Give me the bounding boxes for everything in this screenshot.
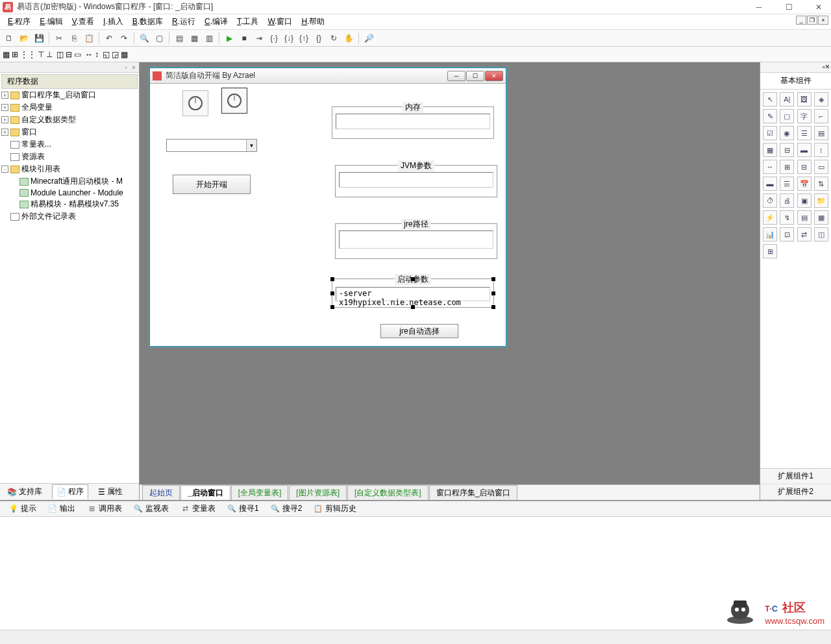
tree-node[interactable]: Minecraft通用启动模块 - M [1, 175, 138, 188]
comp-radio-icon[interactable]: ◉ [780, 126, 794, 140]
bottom-tab-vartable[interactable]: ⇄变量表 [175, 502, 221, 515]
timer-control-2[interactable] [221, 88, 247, 114]
stepinto-icon[interactable]: {↑} [297, 32, 310, 45]
save-icon[interactable]: 💾 [32, 32, 45, 45]
mdi-close[interactable]: × [818, 16, 828, 25]
comp-check-icon[interactable]: ☑ [763, 126, 777, 140]
stepover-icon[interactable]: {·} [267, 32, 280, 45]
vspace-icon[interactable]: ↕ [95, 50, 99, 59]
timer-control-1[interactable] [182, 90, 208, 116]
comp-report-icon[interactable]: ▦ [814, 210, 828, 225]
combobox-control[interactable]: ▼ [166, 139, 257, 152]
comp-hscroll-icon[interactable]: ↔ [763, 160, 777, 174]
groupbox-jvm[interactable]: JVM参数 [335, 165, 497, 197]
menu-view[interactable]: V.查看 [68, 15, 98, 29]
comp-tab-icon[interactable]: ⊞ [780, 160, 794, 174]
tab-img-resource[interactable]: [图片资源表] [289, 485, 347, 500]
align-right-icon[interactable]: ⋮⋮ [20, 50, 36, 59]
comp-pointer-icon[interactable]: ↖ [763, 92, 777, 106]
tree-node[interactable]: 常量表... [1, 138, 138, 151]
redo-icon[interactable]: ↷ [118, 32, 130, 45]
comp-edit-icon[interactable]: ✎ [763, 109, 777, 123]
tree-node[interactable]: +全局变量 [1, 101, 138, 114]
same-height-icon[interactable]: ⊟ [66, 50, 72, 59]
run-icon[interactable]: ▶ [223, 32, 236, 45]
menu-database[interactable]: B.数据库 [129, 15, 167, 29]
comp-toolbar-icon[interactable]: ▭ [814, 160, 828, 174]
tab-global-var[interactable]: [全局变量表] [231, 485, 289, 500]
close-button[interactable]: ✕ [809, 1, 828, 13]
hspace-icon[interactable]: ↔ [85, 50, 93, 59]
memory-input[interactable] [336, 114, 490, 129]
comp-chart-icon[interactable]: 📊 [763, 227, 777, 242]
copy-icon[interactable]: ⎘ [68, 32, 81, 45]
comp-print-icon[interactable]: 🖨 [780, 193, 794, 208]
open-icon[interactable]: 📂 [18, 32, 31, 45]
bottom-tab-calltable[interactable]: ⊞调用表 [82, 502, 127, 515]
bottom-tab-search2[interactable]: 🔍搜寻2 [266, 502, 308, 515]
tree-node[interactable]: 资源表 [1, 151, 138, 163]
groupbox-jre[interactable]: jre路径 [335, 223, 497, 259]
paste-icon[interactable]: 📋 [82, 32, 95, 45]
menu-help[interactable]: H.帮助 [297, 15, 329, 29]
comp-slider-icon[interactable]: ⊟ [780, 143, 794, 157]
project-tree[interactable]: 程序数据 +窗口程序集_启动窗口 +全局变量 +自定义数据类型 +窗口 常量表.… [0, 73, 139, 483]
comp-dialog-icon[interactable]: ▣ [797, 193, 812, 208]
hand-icon[interactable]: ✋ [342, 32, 355, 45]
stop-icon[interactable]: ■ [238, 32, 251, 45]
comp-socket-icon[interactable]: ⚡ [763, 210, 777, 225]
tree-node[interactable]: -模块引用表 [1, 163, 138, 175]
tab-start-window[interactable]: _启动窗口 [180, 485, 230, 500]
tab-property[interactable]: ☰属性 [93, 484, 127, 499]
comp-http-icon[interactable]: ↯ [780, 210, 794, 225]
send-back-icon[interactable]: ◲ [112, 50, 119, 59]
panel-icon[interactable]: ▦ [188, 32, 201, 45]
comp-grid-icon[interactable]: ▦ [763, 143, 777, 157]
tab-win-collection[interactable]: 窗口程序集_启动窗口 [429, 485, 518, 500]
form-window[interactable]: 简洁版自动开端 By Azrael ─ ☐ ✕ ▼ 开始开端 [149, 68, 506, 347]
palette-ext1[interactable]: 扩展组件1 [760, 469, 831, 484]
menu-compile[interactable]: C.编译 [201, 15, 232, 29]
comp-scroll-icon[interactable]: ↕ [814, 143, 828, 157]
comp-odbc-icon[interactable]: ◫ [814, 227, 828, 242]
panel-pin-icon[interactable]: ▫ [122, 64, 130, 71]
tree-node[interactable]: +自定义数据类型 [1, 114, 138, 126]
grid-icon[interactable]: ▦ [121, 50, 128, 59]
menu-program[interactable]: E.程序 [4, 15, 34, 29]
jre-auto-button[interactable]: jre自动选择 [380, 324, 458, 338]
comp-shape-icon[interactable]: ◈ [814, 92, 828, 106]
tree-node[interactable]: +窗口程序集_启动窗口 [1, 89, 138, 101]
align-left-icon[interactable]: ▦ [3, 50, 10, 59]
cut-icon[interactable]: ✂ [53, 32, 66, 45]
panel-close-icon[interactable]: × [130, 64, 138, 71]
jre-input[interactable] [339, 230, 493, 249]
same-width-icon[interactable]: ◫ [56, 50, 64, 59]
menu-run[interactable]: R.运行 [168, 15, 199, 29]
bottom-tab-search1[interactable]: 🔍搜寻1 [222, 502, 264, 515]
jvm-input[interactable] [339, 172, 493, 188]
comp-status-icon[interactable]: ▬ [763, 177, 777, 191]
new-icon[interactable]: 🗋 [3, 32, 16, 45]
zoom-icon[interactable]: 🔎 [362, 32, 375, 45]
step-icon[interactable]: ⇥ [253, 32, 266, 45]
start-button[interactable]: 开始开端 [173, 175, 251, 194]
stepout-icon[interactable]: {↓} [282, 32, 295, 45]
tab-program[interactable]: 📄程序 [52, 484, 88, 499]
same-size-icon[interactable]: ▭ [74, 50, 81, 59]
comp-progress-icon[interactable]: ▬ [797, 143, 812, 157]
bottom-tab-cliphistory[interactable]: 📋剪辑历史 [308, 502, 362, 515]
design-canvas[interactable]: 简洁版自动开端 By Azrael ─ ☐ ✕ ▼ 开始开端 [140, 62, 760, 500]
tab-custom-type[interactable]: [自定义数据类型表] [347, 485, 428, 500]
align-center-icon[interactable]: ⊞ [12, 50, 18, 59]
comp-label-icon[interactable]: A| [780, 92, 794, 106]
comp-date-icon[interactable]: 📅 [797, 177, 812, 191]
align-bottom-icon[interactable]: ⊥ [46, 50, 53, 59]
bottom-tab-watch[interactable]: 🔍监视表 [129, 502, 174, 515]
comp-line-icon[interactable]: ⌐ [814, 109, 828, 123]
comp-spin-icon[interactable]: ⇅ [814, 177, 828, 191]
bottom-tab-output[interactable]: 📄输出 [43, 502, 81, 515]
comp-ole-icon[interactable]: ⊡ [780, 227, 794, 242]
comp-font-icon[interactable]: 字 [797, 109, 812, 123]
tree-node[interactable]: Module Launcher - Module [1, 188, 138, 198]
menu-insert[interactable]: I.插入 [99, 15, 127, 29]
